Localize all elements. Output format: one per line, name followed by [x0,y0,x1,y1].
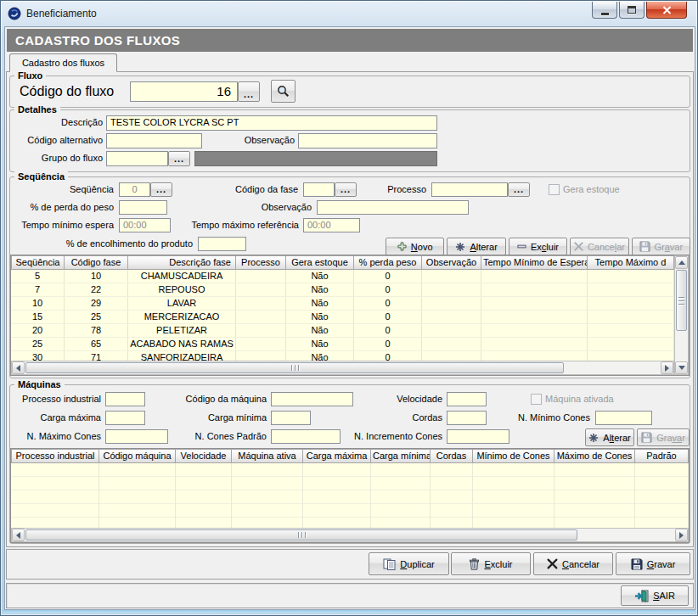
duplicar-button[interactable]: Duplicar [369,552,449,575]
table-row[interactable]: 3071SANFORIZADEIRANão0 [11,351,674,361]
descricao-field[interactable]: TESTE COLOR LYCRA SC PT [106,115,437,131]
table-cell [481,270,588,283]
cancelar-row-button[interactable]: Cancelar [570,238,628,255]
novo-button[interactable]: Novo [386,238,444,255]
button-label: Excluir [484,559,512,569]
table-row[interactable]: 2565ACABADO NAS RAMASNão0 [11,338,674,351]
codigo-maquina-field[interactable] [271,392,353,406]
table-row[interactable]: 1525MERCERIZACAONão0 [11,311,674,324]
grid-column [99,463,176,528]
table-row[interactable]: 510CHAMUSCADEIRANão0 [11,270,674,283]
excluir-row-button[interactable]: Excluir [509,238,567,255]
n-maximo-cones-field[interactable] [105,429,168,444]
codigo-fluxo-field[interactable]: 16 [130,81,238,102]
sequencia-observacao-field[interactable] [317,200,469,215]
maq-table-hscrollbar[interactable] [11,528,689,542]
seq-table-hscrollbar[interactable] [11,361,674,375]
gravar-button[interactable]: Gravar [616,552,690,575]
column-header: % perda peso [354,255,422,270]
table-cell: ACABADO NAS RAMAS [128,338,236,350]
hscroll-thumb[interactable] [25,362,564,373]
maquina-ativada-checkbox[interactable] [531,394,542,405]
table-cell [236,338,286,350]
tab-cadastro-dos-fluxos[interactable]: Cadastro dos fluxos [9,53,117,72]
alterar-button[interactable]: Alterar [447,238,505,255]
sequencia-browse-button[interactable]: ... [150,182,172,197]
table-cell [481,283,588,296]
table-cell: PELETIZAR [128,324,236,337]
processo-industrial-field[interactable] [105,392,145,406]
tempo-minimo-field[interactable]: 00:00 [119,218,171,232]
seq-table-vscrollbar[interactable] [674,255,689,375]
table-cell [422,338,481,350]
column-header: Código fase [65,255,128,270]
maximize-button[interactable] [619,2,645,19]
n-maximo-cones-label: N. Máximo Cones [14,429,101,444]
table-cell: Não [286,338,354,350]
table-cell: 22 [65,283,128,296]
table-cell: 30 [11,351,65,361]
n-minimo-cones-label: N. Mínimo Cones [504,411,590,425]
tempo-maximo-field[interactable]: 00:00 [303,218,360,232]
minimize-button[interactable] [592,2,617,19]
table-cell [236,311,286,323]
excluir-button[interactable]: Excluir [451,552,531,575]
gravar-row-button[interactable]: Gravar [632,238,690,255]
n-minimo-cones-field[interactable] [595,411,652,425]
grid-column [431,463,473,528]
maquinas-gravar-button[interactable]: Gravar [637,428,690,446]
codigo-alternativo-field[interactable] [106,133,202,148]
search-button[interactable] [271,80,296,103]
table-cell [236,297,286,310]
table-cell: 29 [65,297,128,310]
gera-estoque-checkbox[interactable] [549,184,560,195]
gera-estoque-label: Gera estoque [563,183,620,196]
table-row[interactable]: 2078PELETIZARNão0 [11,324,674,338]
scroll-up-button[interactable] [675,256,688,269]
table-cell: 0 [354,297,422,310]
codigo-fase-field[interactable] [303,182,335,197]
velocidade-field[interactable] [447,392,487,406]
status-bar [6,583,694,608]
table-cell: Não [286,297,354,310]
plus-icon [397,242,407,251]
grupo-fluxo-field[interactable] [106,151,168,166]
carga-maxima-field[interactable] [105,411,145,425]
asterisk-icon [588,433,599,443]
sair-button[interactable]: SAIR [621,585,689,606]
perda-peso-field[interactable] [119,200,167,215]
scroll-down-button[interactable] [675,361,688,374]
grupo-fluxo-browse-button[interactable]: ... [168,151,190,166]
observacao-field[interactable] [298,133,437,148]
cancelar-button[interactable]: Cancelar [533,552,613,575]
vscroll-thumb[interactable] [676,270,687,331]
n-incremento-cones-field[interactable] [447,429,509,444]
codigo-fase-browse-button[interactable]: ... [335,182,357,197]
carga-minima-field[interactable] [271,411,311,425]
table-cell [236,270,286,283]
n-cones-padrao-field[interactable] [271,429,341,444]
maquinas-alterar-button[interactable]: Alterar [585,428,634,446]
processo-field[interactable] [431,182,508,197]
sequencia-field[interactable]: 0 [119,182,150,197]
codigo-fluxo-browse-button[interactable]: ... [238,81,260,102]
button-label: Excluir [531,242,559,252]
processo-browse-button[interactable]: ... [508,182,530,197]
scroll-left-button[interactable] [12,361,25,374]
column-header: Padrão [635,449,689,463]
table-row[interactable]: 722REPOUSONão0 [11,283,674,297]
cordas-field[interactable] [447,411,487,425]
table-cell: CHAMUSCADEIRA [128,270,236,283]
scroll-left-button[interactable] [12,529,25,541]
hscroll-thumb[interactable] [25,529,577,540]
encolhimento-field[interactable] [198,237,246,251]
close-button[interactable] [646,2,687,19]
table-row[interactable]: 1029LAVARNão0 [11,297,674,311]
scroll-right-button[interactable] [661,361,673,374]
column-header: Seqüência [11,255,65,270]
grid-column [232,463,303,528]
grid-column [473,463,554,528]
scroll-right-button[interactable] [675,529,688,541]
velocidade-label: Velocidade [387,392,442,406]
maq-table-grid [11,463,689,528]
